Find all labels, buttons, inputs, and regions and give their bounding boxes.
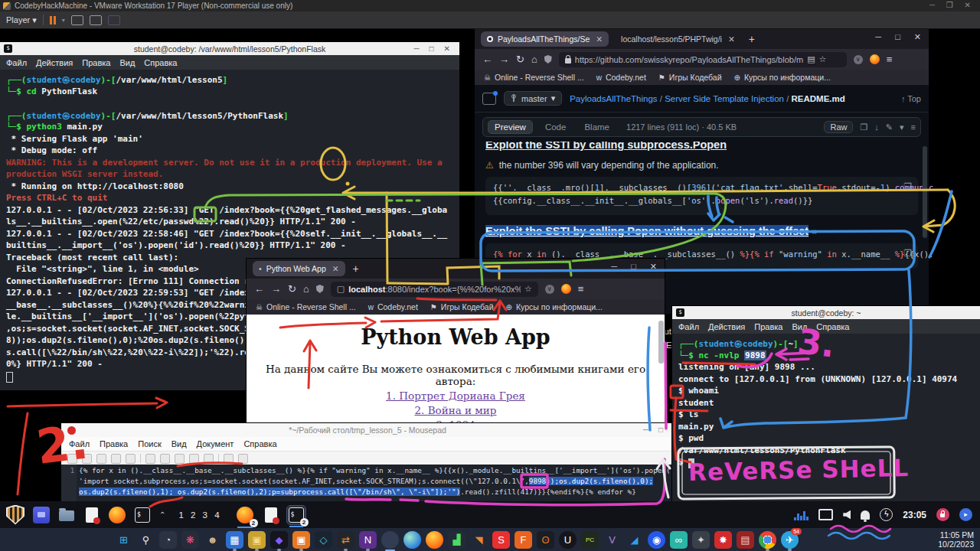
forward-icon[interactable]: → (499, 54, 509, 65)
start-button[interactable]: ⊞ (115, 531, 132, 549)
menu-file[interactable]: Файл (69, 439, 90, 448)
menu-hamburger-icon[interactable]: ≡ (887, 54, 893, 65)
lock-screen-icon[interactable] (936, 508, 949, 521)
bookmark-games[interactable]: ⚑Игры Кодебай (430, 302, 494, 311)
minimize-button[interactable]: ─ (413, 44, 419, 53)
bookmark-games[interactable]: ⚑Игры Кодебай (658, 73, 722, 82)
menu-view[interactable]: Вид (792, 322, 807, 331)
workspace-pager[interactable]: 1 2 3 4 (178, 510, 221, 520)
firefox-account-icon[interactable] (870, 54, 880, 64)
player-menu[interactable]: Player ▾ (6, 15, 37, 25)
url-bar[interactable]: https://github.com/swisskyrepo/PayloadsA… (559, 52, 847, 67)
menu-help[interactable]: Справка (816, 322, 849, 331)
tab-preview[interactable]: Preview (488, 120, 533, 134)
tracking-shield-icon[interactable] (316, 285, 324, 293)
editor-area[interactable]: 1 {% for x in ().__class__.__base__.__su… (61, 465, 674, 503)
pause-vm-button[interactable] (50, 16, 56, 24)
breadcrumb-repo[interactable]: PayloadsAllTheThings (570, 94, 657, 103)
save-as-icon[interactable] (111, 454, 121, 464)
menu-edit[interactable]: Правка (100, 439, 128, 448)
tab-python-web-app[interactable]: • Python Web App✕ (253, 261, 345, 276)
menu-help[interactable]: Справка (144, 58, 177, 67)
s-red-app-icon[interactable]: S (492, 531, 510, 549)
outline-icon[interactable]: ≡ (911, 122, 916, 132)
paste-icon[interactable] (204, 454, 214, 464)
folder-icon[interactable] (58, 507, 75, 523)
tab-code[interactable]: Code (539, 121, 573, 133)
task-mousepad[interactable] (263, 506, 279, 524)
close-tab-icon[interactable]: ✕ (596, 34, 603, 44)
pause-dropdown-icon[interactable]: ▾ (62, 17, 65, 24)
save-icon[interactable] (96, 454, 106, 464)
back-icon[interactable]: ← (254, 283, 264, 295)
heading-subprocess-popen[interactable]: Exploit the SSTI by calling subprocess.P… (485, 142, 918, 151)
book-link-2[interactable]: 2. Война и мир (247, 404, 665, 416)
maximize-button[interactable]: □ (658, 425, 663, 434)
file-explorer-icon[interactable]: ▣ (248, 531, 266, 549)
breadcrumb-folder[interactable]: Server Side Template Injection (665, 94, 784, 103)
terminal-output[interactable]: ┌──(student㉿codeby)-[~]└─$ nc -nvlp 9898… (672, 334, 980, 501)
volume-icon[interactable] (843, 510, 851, 520)
close-button[interactable]: ✕ (444, 44, 450, 53)
vscode-icon[interactable]: ◢ (626, 531, 643, 549)
menu-document[interactable]: Документ (197, 439, 234, 448)
home-icon[interactable]: ⌂ (531, 54, 537, 65)
system-clock[interactable]: 11:05 PM 10/2/2023 (938, 530, 974, 549)
menu-view[interactable]: Вид (119, 58, 135, 67)
task-firefox[interactable]: 2 (235, 505, 255, 525)
edit-pencil-icon[interactable]: ✎ (886, 122, 893, 132)
notifications-bell-icon[interactable] (861, 510, 870, 520)
terminal-titlebar[interactable]: $ student@codeby: ~ (672, 306, 980, 319)
send-ctrl-alt-del-icon[interactable] (71, 15, 83, 25)
minimize-button[interactable]: ─ (875, 32, 881, 42)
pycharm-icon[interactable]: PC (581, 531, 599, 549)
pocket-icon[interactable]: ∨ (854, 55, 863, 64)
raw-button[interactable]: Raw (824, 121, 853, 133)
window-controls[interactable]: ─ □ ✕ (611, 262, 657, 272)
menu-file[interactable]: Файл (6, 58, 27, 67)
close-tab-icon[interactable]: ✕ (728, 34, 735, 44)
vmware-app-icon[interactable]: ▣ (292, 531, 310, 549)
chrome-profile-icon[interactable] (759, 531, 776, 549)
terminal-launcher-icon[interactable]: $ (134, 507, 151, 523)
orange-arrows-app-icon[interactable]: ⇄ (337, 531, 354, 549)
new-file-icon[interactable] (67, 454, 77, 464)
window-controls[interactable]: ─ □ ✕ (413, 42, 450, 55)
new-tab-button[interactable]: + (353, 262, 359, 275)
back-icon[interactable]: ← (482, 54, 492, 65)
replace-icon[interactable] (238, 454, 248, 464)
cheat-engine-icon[interactable]: ✦ (692, 531, 710, 549)
3d-viewer-icon[interactable]: ◇ (315, 531, 332, 549)
calendar-app-icon[interactable]: ▦ (226, 531, 243, 549)
menu-actions[interactable]: Действия (36, 58, 73, 67)
scrollbar[interactable] (923, 146, 927, 238)
green-chart-app-icon[interactable]: ▟ (448, 531, 466, 549)
cut-icon[interactable] (175, 454, 185, 464)
reload-icon[interactable]: ↻ (288, 283, 296, 295)
onenote-icon[interactable]: N (359, 531, 377, 549)
menu-hamburger-icon[interactable]: ≡ (578, 283, 584, 295)
files-app-icon[interactable] (33, 507, 50, 523)
editor-text[interactable]: {% for x in ().__class__.__base__.__subc… (77, 465, 674, 503)
obs-teal-app-icon[interactable]: ∞ (670, 531, 688, 549)
bookmark-star-icon[interactable]: ☆ (819, 54, 827, 64)
bookmark-codeby[interactable]: wCodeby.net (596, 73, 646, 82)
close-button[interactable]: ✕ (650, 262, 657, 272)
tab-payloadsallthethings[interactable]: PayloadsAllTheThings/Se✕ (481, 31, 609, 47)
tab-blame[interactable]: Blame (578, 121, 616, 133)
bookmark-codeby[interactable]: wCodeby.net (368, 302, 418, 311)
red-gear-app-icon[interactable]: ✸ (714, 531, 732, 549)
maximize-button[interactable]: □ (430, 44, 434, 53)
fullscreen-icon[interactable] (90, 15, 102, 25)
bookmark-star-icon[interactable]: ☆ (524, 284, 532, 294)
copy-code-icon[interactable]: ❐ (903, 248, 912, 259)
menu-actions[interactable]: Действия (708, 322, 745, 331)
gauge-app-icon[interactable]: ◔ (159, 531, 177, 549)
chrome-icon[interactable] (381, 531, 399, 549)
f-orange-app-icon[interactable]: F (514, 531, 532, 549)
branch-selector[interactable]: master▾ (504, 91, 562, 106)
menu-help[interactable]: Справка (243, 439, 276, 448)
menu-edit[interactable]: Правка (82, 58, 110, 67)
chevron-up-icon[interactable]: ⌃ (159, 510, 165, 519)
edge-icon[interactable] (403, 531, 421, 549)
